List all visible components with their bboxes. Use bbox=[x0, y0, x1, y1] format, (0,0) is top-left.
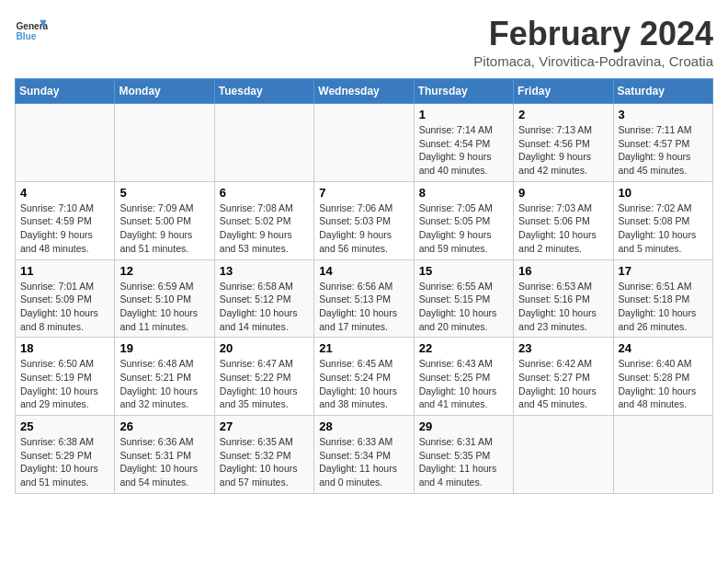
day-number: 16 bbox=[518, 264, 608, 278]
calendar-cell: 3Sunrise: 7:11 AMSunset: 4:57 PMDaylight… bbox=[613, 104, 712, 182]
day-number: 11 bbox=[20, 264, 109, 278]
calendar-cell: 19Sunrise: 6:48 AMSunset: 5:21 PMDayligh… bbox=[115, 338, 214, 416]
day-info: Sunrise: 6:51 AMSunset: 5:18 PMDaylight:… bbox=[619, 280, 708, 334]
calendar-cell bbox=[16, 104, 115, 182]
day-info: Sunrise: 6:33 AMSunset: 5:34 PMDaylight:… bbox=[319, 435, 408, 489]
day-info: Sunrise: 6:48 AMSunset: 5:21 PMDaylight:… bbox=[119, 357, 209, 411]
day-number: 27 bbox=[220, 419, 309, 433]
day-info: Sunrise: 7:11 AMSunset: 4:57 PMDaylight:… bbox=[619, 123, 708, 178]
calendar-cell: 8Sunrise: 7:05 AMSunset: 5:05 PMDaylight… bbox=[414, 181, 513, 259]
calendar-cell: 4Sunrise: 7:10 AMSunset: 4:59 PMDaylight… bbox=[16, 181, 115, 259]
week-row-1: 1Sunrise: 7:14 AMSunset: 4:54 PMDaylight… bbox=[16, 104, 713, 182]
day-info: Sunrise: 6:35 AMSunset: 5:32 PMDaylight:… bbox=[220, 435, 309, 489]
week-row-2: 4Sunrise: 7:10 AMSunset: 4:59 PMDaylight… bbox=[16, 181, 713, 259]
logo: General Blue bbox=[15, 15, 48, 48]
calendar-cell: 16Sunrise: 6:53 AMSunset: 5:16 PMDayligh… bbox=[514, 259, 613, 338]
col-header-friday: Friday bbox=[514, 79, 613, 104]
calendar-cell: 12Sunrise: 6:59 AMSunset: 5:10 PMDayligh… bbox=[115, 259, 214, 338]
day-number: 8 bbox=[419, 186, 508, 200]
day-number: 18 bbox=[20, 341, 109, 355]
week-row-4: 18Sunrise: 6:50 AMSunset: 5:19 PMDayligh… bbox=[16, 338, 713, 416]
day-info: Sunrise: 7:06 AMSunset: 5:03 PMDaylight:… bbox=[319, 201, 408, 256]
svg-text:Blue: Blue bbox=[16, 31, 36, 41]
week-row-5: 25Sunrise: 6:38 AMSunset: 5:29 PMDayligh… bbox=[16, 416, 713, 494]
calendar-cell bbox=[613, 416, 712, 494]
col-header-wednesday: Wednesday bbox=[314, 79, 414, 104]
calendar-cell: 13Sunrise: 6:58 AMSunset: 5:12 PMDayligh… bbox=[214, 259, 313, 338]
day-info: Sunrise: 7:08 AMSunset: 5:02 PMDaylight:… bbox=[220, 201, 309, 256]
day-number: 1 bbox=[419, 108, 508, 121]
calendar-cell: 22Sunrise: 6:43 AMSunset: 5:25 PMDayligh… bbox=[414, 338, 513, 416]
calendar-cell: 18Sunrise: 6:50 AMSunset: 5:19 PMDayligh… bbox=[16, 338, 115, 416]
day-number: 6 bbox=[220, 186, 309, 200]
day-info: Sunrise: 6:43 AMSunset: 5:25 PMDaylight:… bbox=[419, 357, 508, 411]
day-info: Sunrise: 6:50 AMSunset: 5:19 PMDaylight:… bbox=[20, 357, 109, 411]
day-number: 4 bbox=[20, 186, 109, 200]
day-info: Sunrise: 7:13 AMSunset: 4:56 PMDaylight:… bbox=[518, 123, 608, 178]
calendar-cell: 27Sunrise: 6:35 AMSunset: 5:32 PMDayligh… bbox=[214, 416, 313, 494]
day-info: Sunrise: 6:58 AMSunset: 5:12 PMDaylight:… bbox=[220, 280, 309, 334]
day-info: Sunrise: 7:01 AMSunset: 5:09 PMDaylight:… bbox=[20, 280, 109, 334]
day-number: 22 bbox=[419, 341, 508, 355]
day-info: Sunrise: 6:36 AMSunset: 5:31 PMDaylight:… bbox=[119, 435, 209, 489]
day-number: 28 bbox=[319, 419, 408, 433]
day-info: Sunrise: 7:03 AMSunset: 5:06 PMDaylight:… bbox=[518, 201, 608, 256]
col-header-thursday: Thursday bbox=[414, 79, 513, 104]
day-number: 9 bbox=[518, 186, 608, 200]
day-info: Sunrise: 7:09 AMSunset: 5:00 PMDaylight:… bbox=[119, 201, 209, 256]
calendar-cell bbox=[214, 104, 313, 182]
page-header: General Blue February 2024 Pitomaca, Vir… bbox=[15, 15, 713, 69]
day-number: 7 bbox=[319, 186, 408, 200]
calendar-cell: 1Sunrise: 7:14 AMSunset: 4:54 PMDaylight… bbox=[414, 104, 513, 182]
calendar-cell: 24Sunrise: 6:40 AMSunset: 5:28 PMDayligh… bbox=[613, 338, 712, 416]
day-number: 23 bbox=[518, 341, 608, 355]
day-number: 5 bbox=[119, 186, 209, 200]
calendar-cell: 25Sunrise: 6:38 AMSunset: 5:29 PMDayligh… bbox=[16, 416, 115, 494]
day-number: 2 bbox=[518, 108, 608, 121]
calendar-cell: 11Sunrise: 7:01 AMSunset: 5:09 PMDayligh… bbox=[16, 259, 115, 338]
calendar-cell: 6Sunrise: 7:08 AMSunset: 5:02 PMDaylight… bbox=[214, 181, 313, 259]
day-info: Sunrise: 6:56 AMSunset: 5:13 PMDaylight:… bbox=[319, 280, 408, 334]
day-number: 12 bbox=[119, 264, 209, 278]
day-info: Sunrise: 6:45 AMSunset: 5:24 PMDaylight:… bbox=[319, 357, 408, 411]
day-number: 15 bbox=[419, 264, 508, 278]
logo-icon: General Blue bbox=[15, 15, 48, 48]
calendar-cell: 29Sunrise: 6:31 AMSunset: 5:35 PMDayligh… bbox=[414, 416, 513, 494]
day-info: Sunrise: 6:47 AMSunset: 5:22 PMDaylight:… bbox=[220, 357, 309, 411]
day-number: 24 bbox=[619, 341, 708, 355]
day-info: Sunrise: 7:14 AMSunset: 4:54 PMDaylight:… bbox=[419, 123, 508, 178]
day-number: 17 bbox=[619, 264, 708, 278]
calendar-cell: 26Sunrise: 6:36 AMSunset: 5:31 PMDayligh… bbox=[115, 416, 214, 494]
calendar-cell: 15Sunrise: 6:55 AMSunset: 5:15 PMDayligh… bbox=[414, 259, 513, 338]
day-number: 21 bbox=[319, 341, 408, 355]
calendar-cell: 28Sunrise: 6:33 AMSunset: 5:34 PMDayligh… bbox=[314, 416, 414, 494]
day-info: Sunrise: 6:31 AMSunset: 5:35 PMDaylight:… bbox=[419, 435, 508, 489]
day-info: Sunrise: 7:05 AMSunset: 5:05 PMDaylight:… bbox=[419, 201, 508, 256]
calendar-cell: 14Sunrise: 6:56 AMSunset: 5:13 PMDayligh… bbox=[314, 259, 414, 338]
day-number: 14 bbox=[319, 264, 408, 278]
day-info: Sunrise: 7:02 AMSunset: 5:08 PMDaylight:… bbox=[619, 201, 708, 256]
day-info: Sunrise: 6:59 AMSunset: 5:10 PMDaylight:… bbox=[119, 280, 209, 334]
calendar-cell: 7Sunrise: 7:06 AMSunset: 5:03 PMDaylight… bbox=[314, 181, 414, 259]
calendar-cell: 2Sunrise: 7:13 AMSunset: 4:56 PMDaylight… bbox=[514, 104, 613, 182]
calendar-title: February 2024 bbox=[473, 15, 713, 53]
day-info: Sunrise: 7:10 AMSunset: 4:59 PMDaylight:… bbox=[20, 201, 109, 256]
col-header-monday: Monday bbox=[115, 79, 214, 104]
day-info: Sunrise: 6:53 AMSunset: 5:16 PMDaylight:… bbox=[518, 280, 608, 334]
day-number: 25 bbox=[20, 419, 109, 433]
calendar-cell bbox=[514, 416, 613, 494]
calendar-cell: 20Sunrise: 6:47 AMSunset: 5:22 PMDayligh… bbox=[214, 338, 313, 416]
calendar-cell: 9Sunrise: 7:03 AMSunset: 5:06 PMDaylight… bbox=[514, 181, 613, 259]
title-block: February 2024 Pitomaca, Virovitica-Podra… bbox=[473, 15, 713, 69]
col-header-saturday: Saturday bbox=[613, 79, 712, 104]
day-number: 26 bbox=[119, 419, 209, 433]
calendar-header-row: SundayMondayTuesdayWednesdayThursdayFrid… bbox=[16, 79, 713, 104]
day-info: Sunrise: 6:38 AMSunset: 5:29 PMDaylight:… bbox=[20, 435, 109, 489]
day-number: 3 bbox=[619, 108, 708, 121]
calendar-cell bbox=[115, 104, 214, 182]
day-info: Sunrise: 6:42 AMSunset: 5:27 PMDaylight:… bbox=[518, 357, 608, 411]
calendar-cell bbox=[314, 104, 414, 182]
calendar-cell: 17Sunrise: 6:51 AMSunset: 5:18 PMDayligh… bbox=[613, 259, 712, 338]
calendar-subtitle: Pitomaca, Virovitica-Podravina, Croatia bbox=[473, 53, 713, 69]
day-number: 29 bbox=[419, 419, 508, 433]
